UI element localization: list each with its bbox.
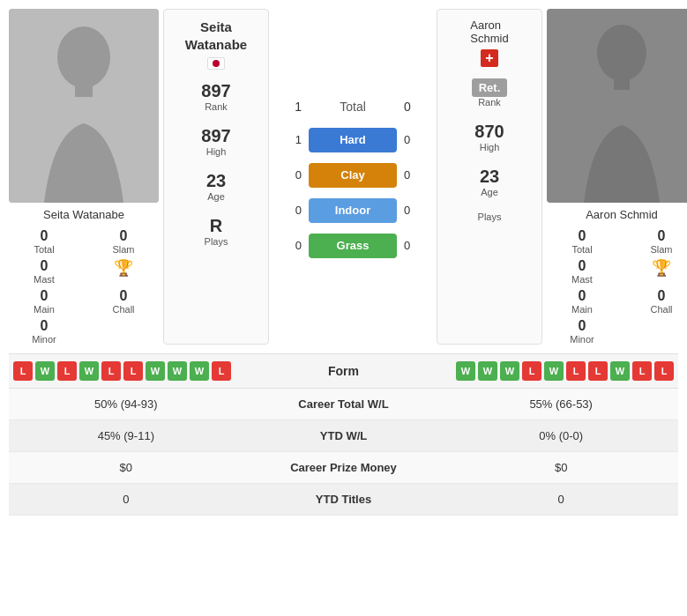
clay-row: 0 Clay 0 [282,163,423,188]
right-slam-cell: 0 Slam [626,228,687,255]
left-minor-cell: 0 Minor [9,318,79,345]
stat-row: 0 YTD Titles 0 [9,484,678,516]
svg-rect-5 [614,78,630,90]
stat-row: 45% (9-11) YTD W/L 0% (0-0) [9,420,678,452]
right-rank-stat: Ret. Rank [472,78,508,108]
right-mast-value: 0 [579,258,586,274]
jp-circle [213,60,220,67]
left-mid-card: Seita Watanabe 897 Rank 897 High 23 Age … [163,9,269,345]
right-high-label: High [474,142,504,152]
right-player-name: Aaron Schmid [586,208,658,221]
form-badge: L [522,361,541,381]
right-flag-icon [481,49,498,67]
hard-left-val: 1 [282,133,309,146]
left-form-badges: LWLWLLWWWL [13,361,291,381]
right-form-badges: WWWLWLLWLL [397,361,675,381]
stat-center-label: Career Prize Money [243,452,444,484]
right-trophy-icon: 🏆 [652,258,671,278]
left-mast-label: Mast [34,274,55,285]
right-mast-cell: 0 Mast [547,258,617,285]
left-player-stats-grid: 0 Total 0 Slam 0 Mast 🏆 0 Main [9,228,159,345]
svg-point-1 [57,26,110,88]
form-badge: L [566,361,586,381]
left-high-stat: 897 High [201,126,230,157]
right-main-label: Main [571,304,593,315]
form-badge: L [588,361,608,381]
stat-center-label: YTD W/L [243,420,444,452]
right-slam-label: Slam [650,244,672,255]
stat-right-val: 0% (0-0) [444,420,678,452]
top-section: Seita Watanabe 0 Total 0 Slam 0 Mast 🏆 [9,9,678,345]
right-mast-label: Mast [571,274,593,285]
stat-center-label: Career Total W/L [243,389,444,420]
indoor-right-val: 0 [397,204,423,217]
left-total-cell: 0 Total [9,228,79,255]
right-player-photo [547,9,687,203]
clay-right-val: 0 [397,168,423,182]
right-trophy-icon-cell: 🏆 [626,258,687,285]
form-badge: L [632,361,652,381]
indoor-button[interactable]: Indoor [309,198,397,223]
svg-rect-2 [75,84,93,97]
right-plays-label: Plays [478,212,502,222]
grass-row: 0 Grass 0 [282,234,423,258]
left-plays-label: Plays [205,236,228,247]
right-chall-label: Chall [650,304,672,315]
right-chall-value: 0 [658,288,666,304]
total-right-val: 0 [397,100,423,114]
stat-left-val: $0 [9,452,243,484]
clay-button[interactable]: Clay [309,163,397,188]
right-minor-label: Minor [570,334,594,345]
right-total-cell: 0 Total [547,228,617,255]
indoor-left-val: 0 [282,204,309,217]
stat-center-label: YTD Titles [243,484,444,516]
clay-left-val: 0 [282,168,309,182]
form-badge: W [456,361,475,381]
right-age-stat: 23 Age [480,167,499,197]
form-badge: W [146,361,165,381]
form-badge: W [610,361,630,381]
left-minor-value: 0 [41,318,49,334]
right-minor-value: 0 [579,318,586,334]
left-high-value: 897 [201,126,230,146]
form-badge: W [500,361,519,381]
left-trophy-icon: 🏆 [114,258,133,278]
right-player-stats-grid: 0 Total 0 Slam 0 Mast 🏆 0 Main [547,228,687,345]
left-player-name: Seita Watanabe [43,208,124,221]
hard-button[interactable]: Hard [309,128,397,152]
left-trophy-icon-cell: 🏆 [88,258,159,285]
right-slam-value: 0 [658,228,666,244]
left-age-stat: 23 Age [206,171,226,202]
right-chall-cell: 0 Chall [626,288,687,315]
left-flag-icon [207,57,225,70]
right-minor-cell: 0 Minor [547,318,617,345]
left-total-label: Total [34,244,54,255]
grass-button[interactable]: Grass [309,234,397,258]
stat-left-val: 45% (9-11) [9,420,243,452]
stat-right-val: 0 [444,484,678,516]
form-badge: L [654,361,674,381]
stat-right-val: $0 [444,452,678,484]
left-rank-value: 897 [201,81,230,101]
left-high-label: High [201,146,230,157]
right-player-title: Aaron Schmid [470,19,508,45]
total-left-val: 1 [282,100,309,114]
grass-right-val: 0 [397,239,423,252]
form-badge: L [123,361,143,381]
left-plays-value: R [205,216,228,236]
stat-left-val: 0 [9,484,243,516]
form-badge: L [101,361,121,381]
left-plays-stat: R Plays [205,216,228,247]
right-high-stat: 870 High [474,122,504,152]
main-container: Seita Watanabe 0 Total 0 Slam 0 Mast 🏆 [0,0,687,524]
form-label: Form [291,364,397,378]
right-age-value: 23 [480,167,499,187]
left-rank-stat: 897 Rank [201,81,230,112]
left-chall-value: 0 [120,288,128,304]
right-rank-badge: Ret. [472,78,508,97]
right-age-label: Age [480,187,499,197]
grass-left-val: 0 [282,239,309,252]
left-main-visible-cell: 0 Main [9,288,79,315]
stat-left-val: 50% (94-93) [9,389,243,420]
right-high-value: 870 [474,122,504,142]
